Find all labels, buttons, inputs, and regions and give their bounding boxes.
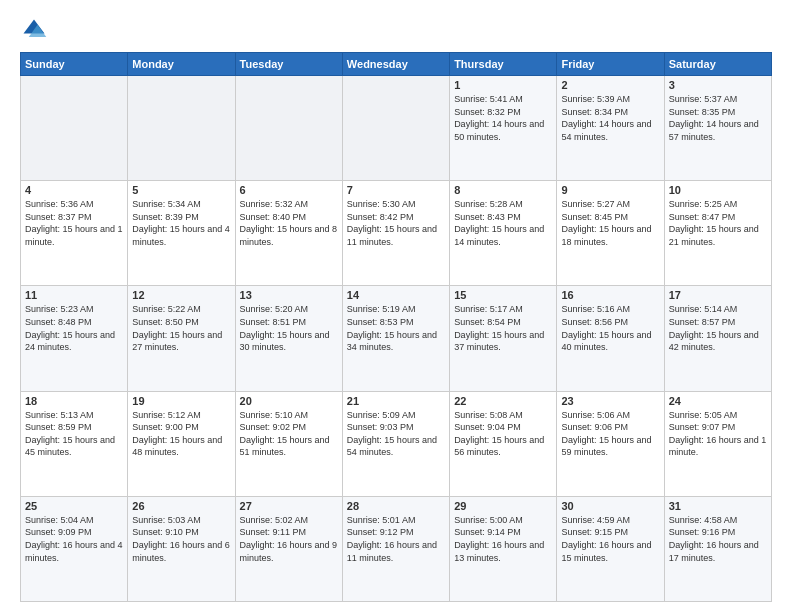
calendar-cell: 28Sunrise: 5:01 AMSunset: 9:12 PMDayligh… [342,496,449,601]
calendar-cell: 14Sunrise: 5:19 AMSunset: 8:53 PMDayligh… [342,286,449,391]
day-info: Sunrise: 5:10 AMSunset: 9:02 PMDaylight:… [240,409,338,459]
calendar-cell: 7Sunrise: 5:30 AMSunset: 8:42 PMDaylight… [342,181,449,286]
day-info: Sunrise: 5:19 AMSunset: 8:53 PMDaylight:… [347,303,445,353]
header-day-thursday: Thursday [450,53,557,76]
calendar-cell: 12Sunrise: 5:22 AMSunset: 8:50 PMDayligh… [128,286,235,391]
calendar-cell: 23Sunrise: 5:06 AMSunset: 9:06 PMDayligh… [557,391,664,496]
calendar-cell: 22Sunrise: 5:08 AMSunset: 9:04 PMDayligh… [450,391,557,496]
day-number: 16 [561,289,659,301]
logo-icon [20,16,48,44]
day-number: 30 [561,500,659,512]
day-number: 4 [25,184,123,196]
calendar-cell: 20Sunrise: 5:10 AMSunset: 9:02 PMDayligh… [235,391,342,496]
header [20,16,772,44]
day-number: 31 [669,500,767,512]
day-info: Sunrise: 5:05 AMSunset: 9:07 PMDaylight:… [669,409,767,459]
calendar-week-5: 25Sunrise: 5:04 AMSunset: 9:09 PMDayligh… [21,496,772,601]
calendar-week-4: 18Sunrise: 5:13 AMSunset: 8:59 PMDayligh… [21,391,772,496]
day-info: Sunrise: 5:12 AMSunset: 9:00 PMDaylight:… [132,409,230,459]
day-info: Sunrise: 5:01 AMSunset: 9:12 PMDaylight:… [347,514,445,564]
day-info: Sunrise: 5:09 AMSunset: 9:03 PMDaylight:… [347,409,445,459]
calendar-cell: 29Sunrise: 5:00 AMSunset: 9:14 PMDayligh… [450,496,557,601]
day-info: Sunrise: 5:06 AMSunset: 9:06 PMDaylight:… [561,409,659,459]
calendar-cell: 24Sunrise: 5:05 AMSunset: 9:07 PMDayligh… [664,391,771,496]
calendar-cell: 26Sunrise: 5:03 AMSunset: 9:10 PMDayligh… [128,496,235,601]
calendar-table: SundayMondayTuesdayWednesdayThursdayFrid… [20,52,772,602]
day-number: 5 [132,184,230,196]
day-info: Sunrise: 5:04 AMSunset: 9:09 PMDaylight:… [25,514,123,564]
calendar-cell: 31Sunrise: 4:58 AMSunset: 9:16 PMDayligh… [664,496,771,601]
calendar-cell [21,76,128,181]
calendar-cell: 21Sunrise: 5:09 AMSunset: 9:03 PMDayligh… [342,391,449,496]
calendar-header: SundayMondayTuesdayWednesdayThursdayFrid… [21,53,772,76]
day-info: Sunrise: 5:36 AMSunset: 8:37 PMDaylight:… [25,198,123,248]
day-info: Sunrise: 5:23 AMSunset: 8:48 PMDaylight:… [25,303,123,353]
calendar-cell: 4Sunrise: 5:36 AMSunset: 8:37 PMDaylight… [21,181,128,286]
header-day-sunday: Sunday [21,53,128,76]
day-info: Sunrise: 4:59 AMSunset: 9:15 PMDaylight:… [561,514,659,564]
calendar-cell: 1Sunrise: 5:41 AMSunset: 8:32 PMDaylight… [450,76,557,181]
calendar-cell: 11Sunrise: 5:23 AMSunset: 8:48 PMDayligh… [21,286,128,391]
header-day-monday: Monday [128,53,235,76]
day-info: Sunrise: 5:00 AMSunset: 9:14 PMDaylight:… [454,514,552,564]
day-info: Sunrise: 5:25 AMSunset: 8:47 PMDaylight:… [669,198,767,248]
day-number: 17 [669,289,767,301]
calendar-cell: 19Sunrise: 5:12 AMSunset: 9:00 PMDayligh… [128,391,235,496]
calendar-cell: 17Sunrise: 5:14 AMSunset: 8:57 PMDayligh… [664,286,771,391]
day-info: Sunrise: 5:22 AMSunset: 8:50 PMDaylight:… [132,303,230,353]
day-info: Sunrise: 4:58 AMSunset: 9:16 PMDaylight:… [669,514,767,564]
calendar-cell: 30Sunrise: 4:59 AMSunset: 9:15 PMDayligh… [557,496,664,601]
day-info: Sunrise: 5:39 AMSunset: 8:34 PMDaylight:… [561,93,659,143]
day-number: 23 [561,395,659,407]
day-number: 11 [25,289,123,301]
calendar-cell [342,76,449,181]
header-day-tuesday: Tuesday [235,53,342,76]
day-number: 15 [454,289,552,301]
day-number: 27 [240,500,338,512]
day-number: 14 [347,289,445,301]
day-info: Sunrise: 5:17 AMSunset: 8:54 PMDaylight:… [454,303,552,353]
day-info: Sunrise: 5:13 AMSunset: 8:59 PMDaylight:… [25,409,123,459]
calendar-week-2: 4Sunrise: 5:36 AMSunset: 8:37 PMDaylight… [21,181,772,286]
header-day-friday: Friday [557,53,664,76]
calendar-cell: 15Sunrise: 5:17 AMSunset: 8:54 PMDayligh… [450,286,557,391]
day-info: Sunrise: 5:27 AMSunset: 8:45 PMDaylight:… [561,198,659,248]
calendar-week-1: 1Sunrise: 5:41 AMSunset: 8:32 PMDaylight… [21,76,772,181]
header-day-saturday: Saturday [664,53,771,76]
calendar-cell: 18Sunrise: 5:13 AMSunset: 8:59 PMDayligh… [21,391,128,496]
day-number: 8 [454,184,552,196]
logo [20,16,52,44]
calendar-cell: 10Sunrise: 5:25 AMSunset: 8:47 PMDayligh… [664,181,771,286]
calendar-cell: 9Sunrise: 5:27 AMSunset: 8:45 PMDaylight… [557,181,664,286]
calendar-week-3: 11Sunrise: 5:23 AMSunset: 8:48 PMDayligh… [21,286,772,391]
day-number: 21 [347,395,445,407]
day-number: 20 [240,395,338,407]
day-info: Sunrise: 5:37 AMSunset: 8:35 PMDaylight:… [669,93,767,143]
day-info: Sunrise: 5:34 AMSunset: 8:39 PMDaylight:… [132,198,230,248]
day-info: Sunrise: 5:30 AMSunset: 8:42 PMDaylight:… [347,198,445,248]
calendar-cell: 8Sunrise: 5:28 AMSunset: 8:43 PMDaylight… [450,181,557,286]
calendar-cell: 2Sunrise: 5:39 AMSunset: 8:34 PMDaylight… [557,76,664,181]
day-number: 19 [132,395,230,407]
day-number: 3 [669,79,767,91]
day-info: Sunrise: 5:08 AMSunset: 9:04 PMDaylight:… [454,409,552,459]
day-number: 26 [132,500,230,512]
day-number: 1 [454,79,552,91]
day-info: Sunrise: 5:03 AMSunset: 9:10 PMDaylight:… [132,514,230,564]
header-day-wednesday: Wednesday [342,53,449,76]
day-info: Sunrise: 5:20 AMSunset: 8:51 PMDaylight:… [240,303,338,353]
day-info: Sunrise: 5:28 AMSunset: 8:43 PMDaylight:… [454,198,552,248]
calendar-cell: 6Sunrise: 5:32 AMSunset: 8:40 PMDaylight… [235,181,342,286]
day-number: 6 [240,184,338,196]
calendar-cell: 3Sunrise: 5:37 AMSunset: 8:35 PMDaylight… [664,76,771,181]
day-info: Sunrise: 5:41 AMSunset: 8:32 PMDaylight:… [454,93,552,143]
calendar-cell [235,76,342,181]
day-info: Sunrise: 5:16 AMSunset: 8:56 PMDaylight:… [561,303,659,353]
day-number: 7 [347,184,445,196]
calendar-cell: 27Sunrise: 5:02 AMSunset: 9:11 PMDayligh… [235,496,342,601]
day-info: Sunrise: 5:02 AMSunset: 9:11 PMDaylight:… [240,514,338,564]
day-number: 25 [25,500,123,512]
calendar-cell: 16Sunrise: 5:16 AMSunset: 8:56 PMDayligh… [557,286,664,391]
header-row: SundayMondayTuesdayWednesdayThursdayFrid… [21,53,772,76]
day-number: 12 [132,289,230,301]
